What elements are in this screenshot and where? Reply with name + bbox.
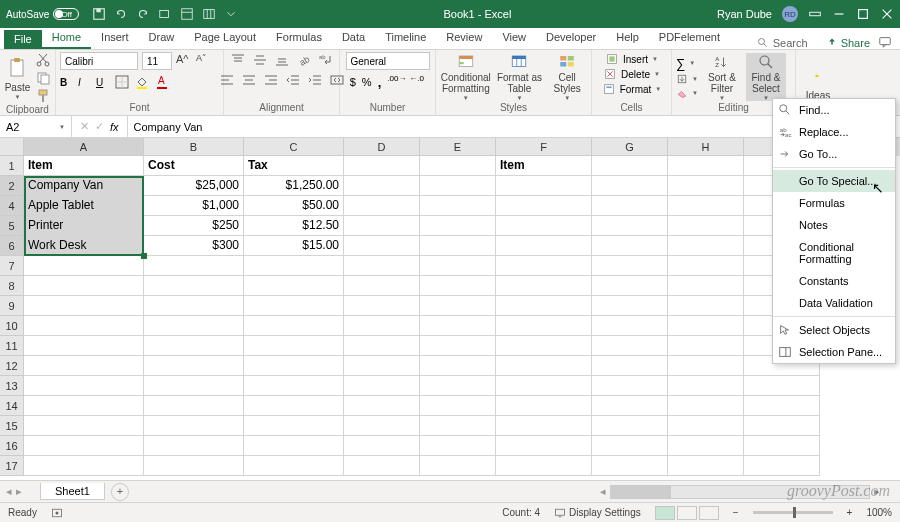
tab-formulas[interactable]: Formulas [266, 28, 332, 49]
row-header[interactable]: 8 [0, 276, 24, 296]
menu-item-go-to[interactable]: Go To... [773, 143, 895, 165]
fx-icon[interactable]: fx [110, 121, 119, 133]
tab-data[interactable]: Data [332, 28, 375, 49]
cell-D12[interactable] [344, 356, 420, 376]
minimize-icon[interactable] [832, 7, 846, 21]
cell-C15[interactable] [244, 416, 344, 436]
cell-G7[interactable] [592, 256, 668, 276]
cell-B8[interactable] [144, 276, 244, 296]
cell-B7[interactable] [144, 256, 244, 276]
clear-button[interactable]: ▼ [676, 87, 698, 99]
cell-B17[interactable] [144, 456, 244, 476]
cell-I15[interactable] [744, 416, 820, 436]
align-bottom-icon[interactable] [274, 52, 290, 68]
cell-G16[interactable] [592, 436, 668, 456]
cell-C10[interactable] [244, 316, 344, 336]
cell-E8[interactable] [420, 276, 496, 296]
format-cells-button[interactable]: Format▼ [602, 82, 662, 96]
row-header[interactable]: 10 [0, 316, 24, 336]
col-header-G[interactable]: G [592, 138, 668, 156]
cell-B14[interactable] [144, 396, 244, 416]
cell-G2[interactable] [592, 176, 668, 196]
row-header[interactable]: 7 [0, 256, 24, 276]
cell-C1[interactable]: Tax [244, 156, 344, 176]
cell-G14[interactable] [592, 396, 668, 416]
row-header[interactable]: 16 [0, 436, 24, 456]
cell-F2[interactable] [496, 176, 592, 196]
cell-A11[interactable] [24, 336, 144, 356]
cell-E1[interactable] [420, 156, 496, 176]
cell-D9[interactable] [344, 296, 420, 316]
qat-icon-1[interactable] [158, 7, 172, 21]
underline-button[interactable]: U [96, 77, 110, 88]
cell-C13[interactable] [244, 376, 344, 396]
row-header[interactable]: 4 [0, 196, 24, 216]
col-header-D[interactable]: D [344, 138, 420, 156]
cell-G6[interactable] [592, 236, 668, 256]
col-header-A[interactable]: A [24, 138, 144, 156]
cell-I16[interactable] [744, 436, 820, 456]
cell-B11[interactable] [144, 336, 244, 356]
cell-D11[interactable] [344, 336, 420, 356]
cell-G8[interactable] [592, 276, 668, 296]
cell-A12[interactable] [24, 356, 144, 376]
menu-item-formulas[interactable]: Formulas [773, 192, 895, 214]
cell-D17[interactable] [344, 456, 420, 476]
cell-F1[interactable]: Item [496, 156, 592, 176]
cell-G1[interactable] [592, 156, 668, 176]
cell-F17[interactable] [496, 456, 592, 476]
cell-F15[interactable] [496, 416, 592, 436]
fill-button[interactable]: ▼ [676, 73, 698, 85]
cell-A7[interactable] [24, 256, 144, 276]
orientation-icon[interactable]: ab [296, 52, 312, 68]
menu-item-select-objects[interactable]: Select Objects [773, 319, 895, 341]
redo-icon[interactable] [136, 7, 150, 21]
cell-C12[interactable] [244, 356, 344, 376]
zoom-slider[interactable] [753, 511, 833, 514]
user-avatar[interactable]: RD [782, 6, 798, 22]
sheet-tab-active[interactable]: Sheet1 [40, 483, 105, 500]
cell-B15[interactable] [144, 416, 244, 436]
cell-A17[interactable] [24, 456, 144, 476]
name-box[interactable]: A2▼ [0, 116, 72, 137]
cell-F10[interactable] [496, 316, 592, 336]
cell-H2[interactable] [668, 176, 744, 196]
menu-item-go-to-special[interactable]: Go To Special... [773, 170, 895, 192]
font-size-select[interactable] [142, 52, 172, 70]
qat-dropdown-icon[interactable] [224, 7, 238, 21]
save-icon[interactable] [92, 7, 106, 21]
number-format-select[interactable] [346, 52, 430, 70]
sheet-nav-next-icon[interactable]: ▸ [16, 485, 22, 498]
col-header-H[interactable]: H [668, 138, 744, 156]
maximize-icon[interactable] [856, 7, 870, 21]
cell-D4[interactable] [344, 196, 420, 216]
cell-D1[interactable] [344, 156, 420, 176]
shrink-font-icon[interactable]: A˅ [196, 53, 212, 69]
cell-E11[interactable] [420, 336, 496, 356]
copy-icon[interactable] [35, 70, 51, 86]
cell-B1[interactable]: Cost [144, 156, 244, 176]
cell-B10[interactable] [144, 316, 244, 336]
cell-F4[interactable] [496, 196, 592, 216]
cell-H11[interactable] [668, 336, 744, 356]
italic-button[interactable]: I [78, 77, 92, 88]
menu-item-notes[interactable]: Notes [773, 214, 895, 236]
cell-D13[interactable] [344, 376, 420, 396]
cell-A9[interactable] [24, 296, 144, 316]
grow-font-icon[interactable]: A^ [176, 53, 192, 69]
tab-developer[interactable]: Developer [536, 28, 606, 49]
row-header[interactable]: 17 [0, 456, 24, 476]
align-left-icon[interactable] [219, 72, 235, 88]
cell-F8[interactable] [496, 276, 592, 296]
cell-C4[interactable]: $50.00 [244, 196, 344, 216]
col-header-E[interactable]: E [420, 138, 496, 156]
cell-B12[interactable] [144, 356, 244, 376]
align-top-icon[interactable] [230, 52, 246, 68]
cell-A5[interactable]: Printer [24, 216, 144, 236]
cell-F13[interactable] [496, 376, 592, 396]
view-page-break-icon[interactable] [699, 506, 719, 520]
cell-C9[interactable] [244, 296, 344, 316]
cell-A15[interactable] [24, 416, 144, 436]
menu-item-conditional-formatting[interactable]: Conditional Formatting [773, 236, 895, 270]
percent-icon[interactable]: % [362, 76, 372, 88]
